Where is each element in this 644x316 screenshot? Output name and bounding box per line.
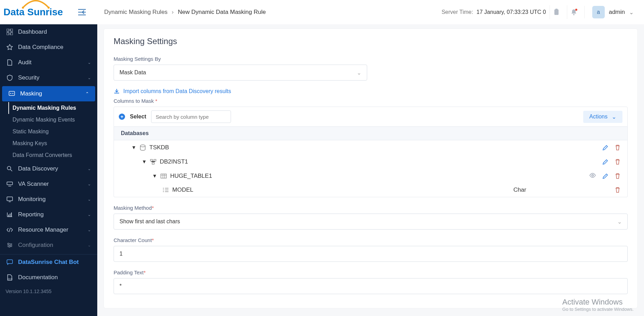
section-title: Masking Settings bbox=[114, 36, 628, 46]
svg-point-20 bbox=[9, 246, 10, 247]
sidebar-item-chatbot[interactable]: DataSunrise Chat Bot bbox=[0, 255, 97, 270]
tree-row-actions bbox=[602, 144, 620, 151]
tree-row-column[interactable]: MODEL Char bbox=[114, 183, 627, 197]
sidebar-item-security[interactable]: Security ⌄ bbox=[0, 70, 97, 85]
tree-toggle[interactable]: ▾ bbox=[142, 158, 147, 165]
svg-rect-24 bbox=[150, 159, 152, 161]
user-menu[interactable]: a admin ⌄ bbox=[584, 6, 634, 18]
sidebar-item-documentation[interactable]: DOC Documentation bbox=[0, 270, 97, 285]
sidebar-label-docs: Documentation bbox=[18, 274, 58, 281]
sub-item-dynamic-events[interactable]: Dynamic Masking Events bbox=[13, 114, 97, 126]
plus-icon[interactable]: + bbox=[119, 114, 125, 120]
clipboard-icon bbox=[553, 9, 560, 16]
svg-point-1 bbox=[48, 7, 50, 9]
input-padding-text[interactable] bbox=[114, 278, 628, 294]
sidebar-label-discovery: Data Discovery bbox=[18, 165, 58, 172]
import-columns-link[interactable]: Import columns from Data Discovery resul… bbox=[114, 88, 628, 94]
logo-area: Data Sunrise bbox=[0, 7, 97, 18]
databases-header: Databases bbox=[114, 127, 628, 140]
sidebar-item-va-scanner[interactable]: VA Scanner ⌄ bbox=[0, 176, 97, 192]
edit-icon[interactable] bbox=[602, 173, 609, 179]
svg-rect-25 bbox=[154, 159, 156, 161]
svg-rect-21 bbox=[7, 260, 13, 264]
sidebar-item-audit[interactable]: Audit ⌄ bbox=[0, 55, 97, 70]
watermark-title: Activate Windows bbox=[562, 298, 634, 307]
svg-rect-13 bbox=[7, 182, 13, 185]
file-icon bbox=[6, 59, 13, 66]
required-star: * bbox=[143, 269, 146, 275]
sidebar-item-dashboard[interactable]: Dashboard bbox=[0, 24, 97, 40]
masking-method-value: Show first and last chars bbox=[119, 218, 180, 225]
tree-row-table[interactable]: ▾ HUGE_TABLE1 bbox=[114, 169, 627, 183]
sidebar-item-masking[interactable]: Masking ⌃ bbox=[2, 86, 95, 101]
sidebar-label-resource: Resource Manager bbox=[18, 226, 68, 233]
label-padding-text: Padding Text* bbox=[114, 269, 628, 275]
chat-icon bbox=[6, 259, 13, 266]
svg-point-4 bbox=[573, 14, 575, 15]
sidebar: Dashboard Data Compliance Audit ⌄ Securi… bbox=[0, 24, 97, 316]
label-columns-to-mask: Columns to Mask * bbox=[114, 98, 628, 104]
sidebar-item-configuration[interactable]: Configuration ⌄ bbox=[0, 238, 97, 253]
sidebar-item-resource-manager[interactable]: Resource Manager ⌄ bbox=[0, 222, 97, 238]
sidebar-item-monitoring[interactable]: Monitoring ⌄ bbox=[0, 192, 97, 207]
tree-row-schema[interactable]: ▾ DB2INST1 bbox=[114, 155, 627, 169]
svg-text:DOC: DOC bbox=[8, 278, 13, 280]
sidebar-toggle-button[interactable] bbox=[77, 7, 87, 17]
required-star: * bbox=[155, 98, 157, 104]
chevron-down-icon: ⌄ bbox=[88, 75, 91, 80]
tasks-icon-button[interactable] bbox=[550, 5, 563, 19]
scanner-icon bbox=[6, 181, 13, 188]
sidebar-item-data-discovery[interactable]: Data Discovery ⌄ bbox=[0, 161, 97, 176]
sidebar-item-reporting[interactable]: Reporting ⌄ bbox=[0, 207, 97, 222]
avatar: a bbox=[592, 6, 605, 18]
tree-toggle[interactable]: ▾ bbox=[152, 172, 157, 180]
required-star: * bbox=[152, 205, 154, 211]
svg-rect-7 bbox=[7, 33, 9, 35]
notifications-button[interactable] bbox=[567, 5, 581, 19]
input-char-count[interactable] bbox=[114, 246, 628, 262]
sidebar-label-monitoring: Monitoring bbox=[18, 196, 46, 203]
windows-watermark: Activate Windows Go to Settings to activ… bbox=[562, 298, 634, 312]
delete-icon[interactable] bbox=[615, 187, 620, 193]
chevron-down-icon: ⌄ bbox=[88, 182, 91, 186]
delete-icon[interactable] bbox=[615, 173, 620, 179]
svg-rect-9 bbox=[9, 91, 15, 95]
chevron-down-icon: ⌄ bbox=[88, 212, 91, 217]
monitor-icon bbox=[6, 196, 13, 203]
sub-item-dynamic-rules[interactable]: Dynamic Masking Rules bbox=[8, 102, 97, 114]
version-label: Version 10.1.12.3455 bbox=[0, 285, 97, 298]
chevron-up-icon: ⌃ bbox=[85, 91, 89, 96]
svg-point-23 bbox=[140, 145, 145, 147]
sub-item-masking-keys[interactable]: Masking Keys bbox=[13, 138, 97, 149]
sub-item-static-masking[interactable]: Static Masking bbox=[13, 126, 97, 138]
edit-icon[interactable] bbox=[602, 144, 609, 151]
chevron-down-icon: ⌄ bbox=[617, 218, 622, 225]
sub-item-format-converters[interactable]: Data Format Converters bbox=[13, 149, 97, 161]
breadcrumb: Dynamic Masking Rules › New Dynamic Data… bbox=[104, 9, 266, 16]
database-icon bbox=[140, 144, 146, 151]
edit-icon[interactable] bbox=[602, 159, 609, 165]
search-column-input[interactable] bbox=[151, 110, 231, 123]
topbar-right: Server Time: 17 January, 07:33:23 UTC 0 … bbox=[441, 5, 644, 19]
select-masking-method[interactable]: Show first and last chars ⌄ bbox=[114, 214, 628, 230]
column-icon bbox=[163, 188, 169, 192]
actions-dropdown[interactable]: Actions ⌄ bbox=[583, 111, 622, 123]
svg-rect-6 bbox=[10, 29, 13, 31]
tree-column-type: Char bbox=[513, 186, 526, 193]
delete-icon[interactable] bbox=[615, 159, 620, 165]
sidebar-label-masking: Masking bbox=[20, 90, 42, 97]
columns-toolbar: + Select Actions ⌄ bbox=[114, 107, 628, 127]
select-button-label[interactable]: Select bbox=[130, 114, 146, 120]
delete-icon[interactable] bbox=[615, 144, 620, 151]
select-settings-by-value: Mask Data bbox=[119, 69, 146, 76]
tree-row-database[interactable]: ▾ TSKDB bbox=[114, 140, 627, 155]
select-settings-by[interactable]: Mask Data ⌄ bbox=[114, 65, 367, 81]
svg-point-28 bbox=[592, 174, 594, 176]
breadcrumb-parent[interactable]: Dynamic Masking Rules bbox=[104, 9, 167, 16]
tree-toggle[interactable]: ▾ bbox=[131, 144, 136, 151]
eye-icon[interactable] bbox=[589, 173, 596, 179]
svg-rect-15 bbox=[8, 215, 9, 217]
sidebar-label-audit: Audit bbox=[18, 59, 32, 66]
sidebar-item-data-compliance[interactable]: Data Compliance bbox=[0, 40, 97, 55]
svg-rect-3 bbox=[555, 9, 558, 10]
